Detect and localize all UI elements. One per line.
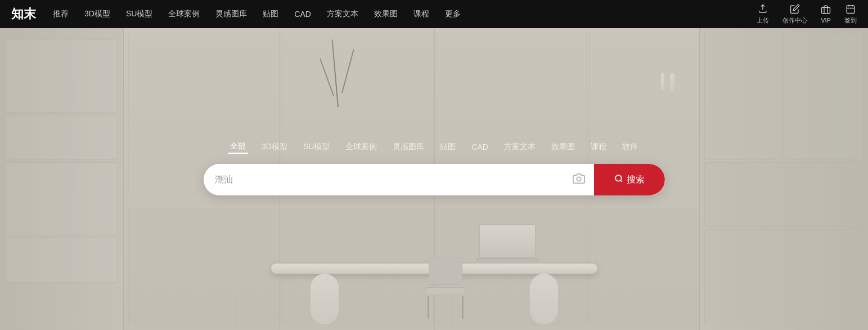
upload-action[interactable]: 上传 [757, 4, 769, 25]
nav-global-case[interactable]: 全球案例 [168, 9, 200, 19]
search-input-area [204, 164, 564, 195]
nav-texture[interactable]: 贴图 [263, 9, 278, 19]
svg-point-6 [615, 175, 622, 181]
site-logo[interactable]: 知末 [11, 6, 36, 23]
search-button[interactable]: 搜索 [594, 164, 665, 195]
upload-icon [758, 4, 768, 15]
creator-action[interactable]: 创作中心 [782, 4, 807, 25]
signin-action[interactable]: 签到 [844, 4, 857, 25]
nav-render[interactable]: 效果图 [374, 9, 398, 19]
search-bar: 搜索 [204, 164, 665, 195]
edit-icon [790, 4, 800, 15]
svg-rect-1 [847, 6, 854, 14]
cat-tab-all[interactable]: 全部 [228, 140, 248, 154]
nav-3d-model[interactable]: 3D模型 [84, 9, 110, 19]
vip-action[interactable]: VIP [821, 5, 831, 24]
navbar: 知末 推荐 3D模型 SU模型 全球案例 灵感图库 贴图 CAD 方案文本 效果… [0, 0, 868, 28]
category-tabs: 全部 3D模型 SU模型 全球案例 灵感图库 贴图 CAD 方案文本 效果图 课… [228, 140, 640, 154]
nav-recommend[interactable]: 推荐 [53, 9, 69, 19]
search-input[interactable] [215, 175, 552, 185]
nav-links: 推荐 3D模型 SU模型 全球案例 灵感图库 贴图 CAD 方案文本 效果图 课… [53, 9, 757, 19]
vip-icon [821, 5, 831, 16]
cat-tab-global-case[interactable]: 全球案例 [343, 141, 379, 153]
nav-course[interactable]: 课程 [413, 9, 429, 19]
cat-tab-course[interactable]: 课程 [588, 141, 609, 153]
nav-su-model[interactable]: SU模型 [126, 9, 152, 19]
nav-more[interactable]: 更多 [445, 9, 461, 19]
cat-tab-su-model[interactable]: SU模型 [301, 141, 332, 153]
cat-tab-software[interactable]: 软件 [620, 141, 640, 153]
cat-tab-texture[interactable]: 贴图 [438, 141, 458, 153]
cat-tab-cad[interactable]: CAD [469, 141, 491, 153]
camera-icon [573, 172, 585, 187]
search-overlay: 全部 3D模型 SU模型 全球案例 灵感图库 贴图 CAD 方案文本 效果图 课… [0, 28, 868, 330]
nav-plan-text[interactable]: 方案文本 [327, 9, 358, 19]
cat-tab-render[interactable]: 效果图 [549, 141, 577, 153]
nav-cad[interactable]: CAD [294, 10, 311, 19]
cat-tab-inspiration[interactable]: 灵感图库 [390, 141, 426, 153]
svg-rect-0 [822, 7, 830, 14]
search-icon [614, 174, 623, 185]
nav-inspiration[interactable]: 灵感图库 [215, 9, 247, 19]
signin-icon [845, 4, 856, 15]
svg-point-5 [577, 177, 581, 181]
cat-tab-3d-model[interactable]: 3D模型 [259, 141, 290, 153]
camera-search-button[interactable] [564, 172, 594, 187]
nav-right-actions: 上传 创作中心 VIP [757, 4, 857, 25]
cat-tab-plan-text[interactable]: 方案文本 [502, 141, 538, 153]
